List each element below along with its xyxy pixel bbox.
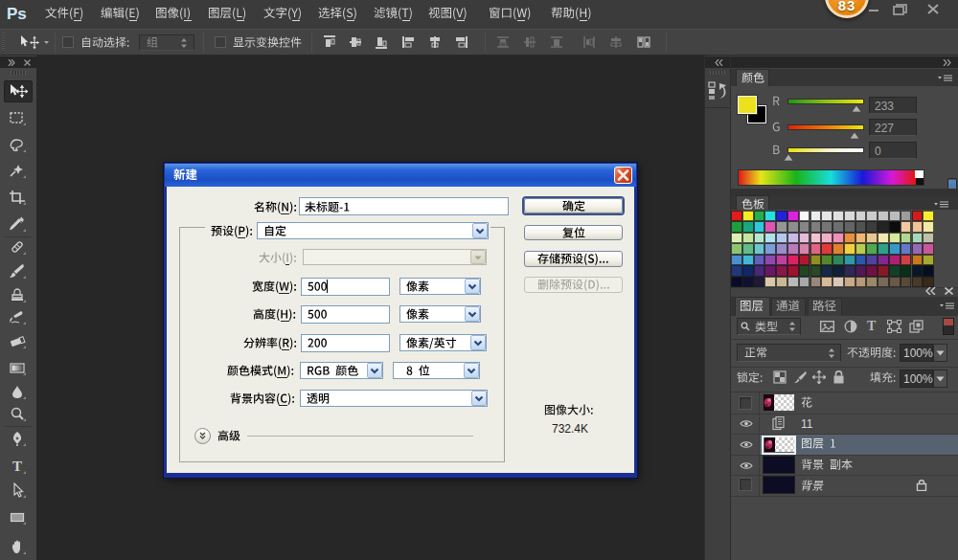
svg-text:T: T xyxy=(12,459,22,474)
